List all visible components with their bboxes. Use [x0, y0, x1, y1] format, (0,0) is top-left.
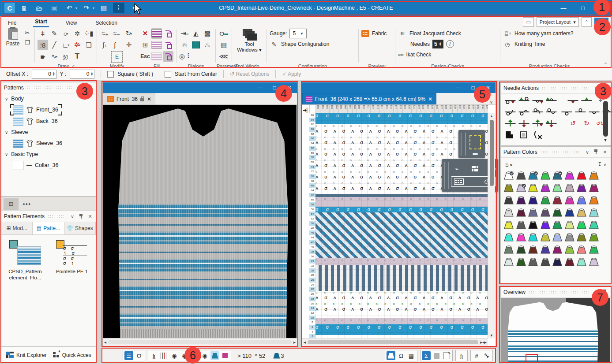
yarn-color-cone[interactable] [540, 245, 551, 254]
yarn-color-cone[interactable] [552, 233, 563, 241]
paste-button[interactable]: Paste [4, 28, 22, 60]
add-rows-icon[interactable]: ≈₊ [100, 28, 110, 39]
needle-action-transfer-front[interactable] [504, 119, 516, 128]
stitch-ruler-icon[interactable]: Ω̲ [397, 351, 405, 360]
delete-icon[interactable]: ✕ [140, 28, 150, 39]
redo-icon[interactable]: ↷ [81, 3, 92, 13]
needles-spinner[interactable]: 5▲▼ [432, 40, 443, 48]
offset-y-input[interactable]: 0▲▼ [70, 70, 94, 79]
yarn-color-cone[interactable] [528, 171, 538, 180]
yarn-color-cone[interactable] [589, 245, 599, 254]
maximize-button[interactable]: □ [573, 0, 593, 16]
needle-8-icon[interactable]: ⁞8 [38, 40, 48, 50]
shape-configuration-button[interactable]: Shape Configuration [281, 41, 329, 47]
pattern-item-Collar_36[interactable]: —Collar_36 [1, 160, 96, 171]
yarn-color-cone[interactable] [589, 208, 599, 217]
stitch-mode-icon[interactable]: ʃʅ [150, 351, 158, 360]
yarn-color-cone[interactable] [552, 221, 563, 229]
needle-tool-icon[interactable]: ⦙ [113, 3, 124, 13]
yarn-view-icon[interactable] [210, 351, 219, 360]
offset-x-input[interactable]: 0▲▼ [32, 70, 56, 79]
tab-file[interactable]: File [6, 19, 18, 27]
yarn-color-cone[interactable] [516, 171, 526, 180]
yarn-color-cone[interactable] [540, 258, 551, 266]
needle-action-loop-back[interactable] [532, 108, 544, 116]
scrollbar-thumb[interactable] [108, 340, 292, 344]
tab-list-chevron-icon[interactable]: ∨ [487, 100, 496, 104]
settings-wrench-icon[interactable]: 🔧︎ [482, 351, 491, 360]
maximize-icon[interactable]: □ [267, 85, 282, 91]
close-tab-icon[interactable]: ✕ [428, 96, 432, 102]
more-options-button[interactable]: ••• [23, 201, 31, 207]
scrollbar-thumb[interactable] [603, 101, 608, 137]
close-icon[interactable]: ✕ [282, 85, 297, 91]
scroll-down-icon[interactable]: ▾ [491, 333, 493, 338]
tab-shapes[interactable]: 👕Shapes [64, 222, 96, 234]
yarn-color-cone[interactable] [576, 171, 587, 180]
selection-frame-icon[interactable] [469, 135, 481, 149]
yarn-color-cone[interactable] [564, 208, 575, 217]
scroll-up-icon[interactable]: ▲ [603, 95, 608, 100]
pattern-item-Sleeve_36[interactable]: Sleeve_36 [1, 137, 96, 149]
zigzag-tool-icon[interactable]: ⌁ [451, 164, 462, 174]
yarn-color-cone[interactable] [540, 171, 551, 180]
color-swatch-icon[interactable]: ■▾ [38, 51, 48, 62]
needle-action-tuck-front[interactable] [532, 96, 544, 105]
yarn-color-cone[interactable] [552, 245, 563, 254]
yarn-carriers-check[interactable]: ♖? How many yarn carriers? [503, 28, 596, 39]
yarn-color-cone[interactable] [540, 208, 551, 217]
list-view-button[interactable]: ⊟ [4, 198, 19, 210]
reset-options-button[interactable]: ↺ Reset Options [230, 71, 269, 77]
minimize-button[interactable]: — [554, 0, 573, 16]
tab-view[interactable]: View [64, 19, 79, 27]
color-block-icon[interactable] [221, 351, 229, 360]
needle-table-icon[interactable]: ▦ [218, 40, 229, 50]
fill-rows-faded-icon[interactable] [151, 51, 162, 62]
yarn-color-cone[interactable] [503, 171, 514, 180]
yarn-color-cone[interactable] [576, 258, 587, 266]
customize-quick-access-icon[interactable]: ▾ [128, 3, 139, 13]
yarn-color-cone[interactable] [589, 184, 599, 192]
remove-stitches-icon[interactable]: ʃ₋ [111, 40, 122, 50]
yarn-color-cone[interactable] [564, 245, 575, 254]
yarn-color-cone[interactable] [528, 258, 538, 266]
panel-drag-handle[interactable] [26, 86, 75, 89]
delete-yarn-icon[interactable]: ♨✕ [504, 161, 513, 168]
needle-actions-scrollbar[interactable]: ▲ ▼ [602, 95, 609, 142]
sum-view-icon[interactable]: Σ [422, 351, 431, 360]
apply-button[interactable]: ✓ Apply [282, 71, 301, 77]
chevron-down-icon[interactable]: ∨ [593, 85, 599, 91]
scroll-up-icon[interactable]: ▴ [491, 114, 493, 118]
yarn-color-cone[interactable] [564, 196, 575, 204]
needle-action-knit-area[interactable] [504, 130, 516, 139]
minimize-icon[interactable]: — [451, 85, 466, 91]
esc-icon[interactable]: Esc [140, 51, 150, 62]
collapse-ribbon-button[interactable]: ⌃ [582, 17, 592, 27]
scroll-right-icon[interactable]: ▸ [293, 340, 296, 345]
yarn-color-cone[interactable] [564, 184, 575, 192]
needle-action-transfer-back-split[interactable] [545, 119, 557, 128]
needle-action-tuck-wave[interactable] [588, 108, 600, 116]
magic-wand-icon[interactable]: ✲ [72, 28, 83, 39]
needle-action-float-back[interactable] [581, 96, 593, 105]
window-layout-icon[interactable]: ▦ [98, 3, 109, 13]
yarn-color-cone[interactable] [589, 233, 599, 241]
ribbon-collapse-icon[interactable]: ⌃ [604, 62, 608, 67]
scrollbar-thumb[interactable] [308, 340, 478, 344]
help-button[interactable]: ? [594, 18, 608, 26]
yarn-color-cone[interactable] [589, 196, 599, 204]
pen-icon[interactable]: ✎ [49, 28, 60, 39]
fabric-canvas[interactable] [103, 105, 297, 338]
close-icon[interactable]: ✕ [87, 85, 93, 91]
needle-action-tuck-back[interactable] [545, 96, 557, 105]
edit-layer-icon[interactable] [442, 351, 451, 360]
yarn-color-cone[interactable] [503, 258, 514, 266]
needle-action-knit-back[interactable] [518, 96, 530, 105]
yarn-color-cone[interactable] [528, 245, 538, 254]
project-layout-dropdown[interactable]: Project Layout ▾ [537, 17, 579, 27]
shape-window-icon[interactable]: ⧈ [179, 40, 190, 50]
tool-windows-button[interactable]: Tool Windows ▾ [235, 28, 264, 53]
yarn-color-cone[interactable] [540, 196, 551, 204]
needle-bed-icon[interactable] [160, 351, 169, 360]
yarn-color-cone[interactable] [503, 196, 514, 204]
